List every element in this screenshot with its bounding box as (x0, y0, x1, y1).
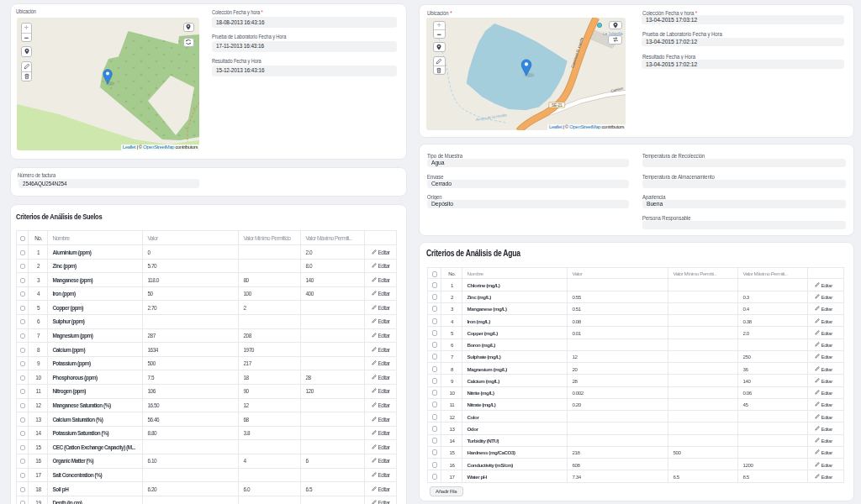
svg-text:SE-21: SE-21 (552, 103, 563, 108)
